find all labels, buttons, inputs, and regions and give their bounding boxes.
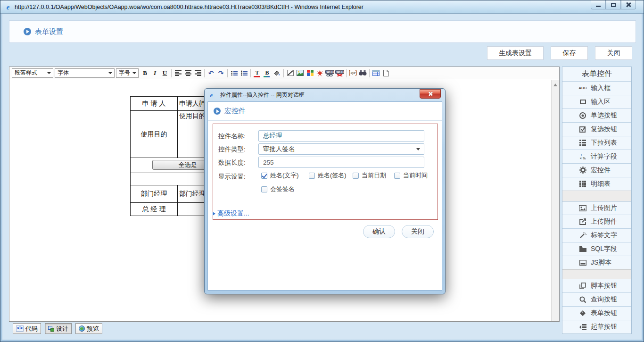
insert-image-button[interactable] xyxy=(296,68,305,78)
checkbox-unchecked-icon xyxy=(353,173,359,179)
sidebar-item-query-button[interactable]: 查询按钮 xyxy=(562,292,631,306)
svg-text:WEB: WEB xyxy=(327,70,334,74)
sidebar-item-form-button[interactable]: 表单按钮 xyxy=(562,306,631,320)
web-link-button[interactable]: WEB xyxy=(325,68,334,78)
insert-table-button[interactable] xyxy=(372,68,380,78)
sidebar-item-macro-control[interactable]: 宏控件 xyxy=(562,163,631,177)
advanced-settings-link[interactable]: 高级设置... xyxy=(213,209,249,218)
maximize-button[interactable] xyxy=(606,0,621,9)
media-button[interactable] xyxy=(305,68,314,78)
page-title: 表单设置 xyxy=(35,27,63,36)
document-icon xyxy=(383,70,389,76)
background-color-button[interactable]: B xyxy=(263,68,272,78)
svg-text:xyz: xyz xyxy=(350,71,356,75)
special-text-button[interactable]: xyz xyxy=(348,68,357,78)
paragraph-style-select[interactable]: 段落样式 xyxy=(12,68,53,78)
radio-icon xyxy=(578,112,587,119)
checkbox-current-date[interactable]: 当前日期 xyxy=(353,171,386,180)
sidebar-item-input-box[interactable]: ABC 输入框 xyxy=(562,81,631,95)
sidebar-separator xyxy=(562,269,631,279)
windows-media-icon xyxy=(307,70,314,76)
form-controls-sidebar: 表单控件 ABC 输入框 输入区 单选按钮 复选按钮 下拉列表 xyxy=(562,67,632,334)
generate-table-settings-button[interactable]: 生成表设置 xyxy=(487,46,544,60)
font-size-select[interactable]: 字号 xyxy=(116,68,139,78)
align-left-button[interactable] xyxy=(173,68,182,78)
redo-button[interactable]: ↷ xyxy=(216,68,225,78)
bullet-list-button[interactable] xyxy=(239,68,248,78)
dialog-close-button[interactable] xyxy=(420,89,441,99)
numbered-list-button[interactable] xyxy=(230,68,239,78)
sidebar-item-script-button[interactable]: 脚本按钮 xyxy=(562,279,631,292)
font-select[interactable]: 字体 xyxy=(55,68,115,78)
sidebar-item-dropdown-list[interactable]: 下拉列表 xyxy=(562,136,631,150)
italic-button[interactable]: I xyxy=(150,68,159,78)
toolbar-separator xyxy=(369,69,370,77)
numbered-list-icon xyxy=(231,70,238,76)
sidebar-item-input-area[interactable]: 输入区 xyxy=(562,95,631,108)
upload-attachment-icon xyxy=(578,218,587,225)
sidebar-item-upload-attachment[interactable]: 上传附件 xyxy=(562,215,631,228)
data-length-input[interactable] xyxy=(258,157,424,168)
sidebar-title: 表单控件 xyxy=(562,67,631,81)
chevron-down-icon xyxy=(108,72,112,74)
sidebar-item-js-script[interactable]: JS脚本 xyxy=(562,256,631,269)
calc-field-icon: + −× % xyxy=(578,153,587,160)
underline-button[interactable]: U xyxy=(160,68,169,78)
horizontal-rule-button[interactable] xyxy=(286,68,295,78)
checkbox-unchecked-icon xyxy=(309,173,315,179)
sidebar-item-label-text[interactable]: 标签文字 xyxy=(562,228,631,242)
binoculars-icon xyxy=(359,70,367,76)
fill-color-button[interactable] xyxy=(272,68,281,78)
align-right-button[interactable] xyxy=(193,68,202,78)
confirm-button[interactable]: 确认 xyxy=(363,225,395,238)
abc-icon: ABC xyxy=(578,86,587,90)
close-button[interactable]: 关闭 xyxy=(595,46,632,60)
checkbox-countersign[interactable]: 会签签名 xyxy=(261,185,295,193)
flash-button[interactable] xyxy=(315,68,324,78)
save-button[interactable]: 保存 xyxy=(551,46,588,60)
cell-dept-manager-label: 部门经理 xyxy=(131,185,178,203)
tab-code[interactable]: <> 代码 xyxy=(13,323,41,334)
code-icon: <> xyxy=(16,325,24,332)
checkbox-current-time[interactable]: 当前时间 xyxy=(394,171,428,180)
control-type-label: 控件类型: xyxy=(218,145,246,154)
cell-general-manager-label: 总 经 理 xyxy=(131,203,178,216)
new-document-button[interactable] xyxy=(381,68,390,78)
sidebar-item-radio-button[interactable]: 单选按钮 xyxy=(562,108,631,122)
control-name-input[interactable] xyxy=(258,130,424,142)
align-right-icon xyxy=(195,70,201,76)
ie-logo-icon: e xyxy=(4,3,12,11)
dialog-content: 宏控件 控件名称: 控件类型: 审批人签名 xyxy=(207,101,442,291)
globe-icon xyxy=(79,325,85,332)
image-icon xyxy=(297,70,304,76)
sidebar-item-calc-field[interactable]: + −× % 计算字段 xyxy=(562,150,631,163)
tab-preview-label: 预览 xyxy=(87,325,99,333)
align-left-icon xyxy=(175,70,182,76)
sidebar-item-draft-button[interactable]: 起草按钮 xyxy=(562,320,631,334)
checkbox-name-signature[interactable]: 姓名(签名) xyxy=(309,171,347,180)
sidebar-separator xyxy=(562,191,631,201)
sidebar-item-sql-field[interactable]: SQL字段 xyxy=(562,242,631,256)
dialog-cancel-button[interactable]: 关闭 xyxy=(402,225,434,238)
sidebar-item-checkbox[interactable]: 复选按钮 xyxy=(562,122,631,136)
text-color-button[interactable]: T xyxy=(253,68,262,78)
upload-image-icon xyxy=(578,205,587,211)
tab-design[interactable]: 设计 xyxy=(45,323,72,334)
editor-scrollbar[interactable] xyxy=(551,80,559,321)
control-name-label: 控件名称: xyxy=(218,132,246,141)
script-button-icon xyxy=(578,283,587,289)
sidebar-item-upload-image[interactable]: 上传图片 xyxy=(562,201,631,215)
find-button[interactable] xyxy=(358,68,367,78)
query-button-icon xyxy=(578,296,587,303)
align-center-button[interactable] xyxy=(183,68,192,78)
sidebar-item-detail-table[interactable]: 明细表 xyxy=(562,177,631,191)
checkbox-name-text[interactable]: 姓名(文字) xyxy=(261,171,299,180)
minimize-button[interactable] xyxy=(591,0,606,9)
web-unlink-button[interactable]: WEB xyxy=(335,68,344,78)
pencil-slash-icon xyxy=(287,70,294,76)
bold-button[interactable]: B xyxy=(140,68,149,78)
close-window-button[interactable] xyxy=(621,0,636,9)
control-type-select[interactable]: 审批人签名 xyxy=(258,143,424,155)
undo-button[interactable]: ↶ xyxy=(206,68,215,78)
tab-preview[interactable]: 预览 xyxy=(75,323,102,334)
